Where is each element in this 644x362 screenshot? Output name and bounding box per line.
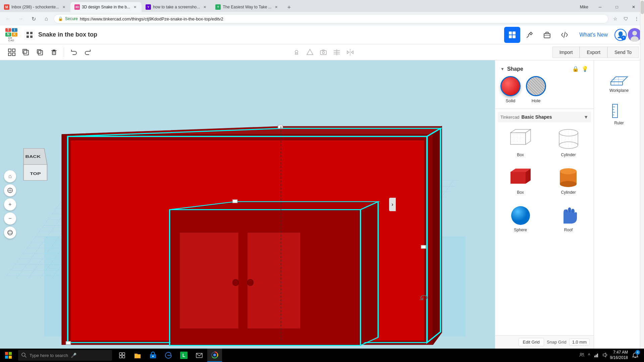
tab-screenshot-close[interactable]: ✕: [202, 4, 207, 10]
start-button[interactable]: [0, 349, 17, 362]
panel-collapse-button[interactable]: ›: [389, 198, 396, 211]
suitcase-button[interactable]: [539, 27, 555, 43]
tray-network-icon[interactable]: [593, 352, 600, 359]
address-box[interactable]: 🔒 Secure https://www.tinkercad.com/thing…: [54, 14, 608, 23]
shape-panel-collapse[interactable]: ▼: [500, 67, 504, 71]
svg-point-69: [8, 230, 12, 235]
new-tab-button[interactable]: +: [284, 3, 294, 12]
address-actions: ☆ 🛡 ⋮: [610, 14, 641, 23]
forward-button[interactable]: →: [15, 13, 26, 24]
tray-notification-button[interactable]: 4: [629, 349, 641, 362]
align-button[interactable]: [330, 46, 343, 59]
shape-lock-icon[interactable]: 🔒: [572, 66, 579, 72]
shape-label-sphere: Sphere: [514, 228, 527, 232]
tab-tinkercad[interactable]: 3D 3D design Snake in the b... ✕: [70, 2, 142, 12]
delete-button[interactable]: [48, 46, 60, 59]
undo-button[interactable]: [67, 46, 80, 59]
grid-view-button[interactable]: [504, 27, 520, 43]
maximize-button[interactable]: □: [609, 2, 625, 12]
send-to-button[interactable]: Send To: [607, 47, 639, 58]
tray-volume-icon[interactable]: [601, 352, 609, 359]
camera-button[interactable]: [317, 46, 330, 59]
taskbar-mic-icon[interactable]: 🎤: [71, 353, 76, 358]
home-button[interactable]: ⌂: [41, 13, 52, 24]
shape-outline-button[interactable]: [304, 46, 316, 59]
shape-item-cylinder-wire[interactable]: Cylinder: [546, 125, 591, 160]
reload-button[interactable]: ↻: [28, 13, 39, 24]
back-button[interactable]: ←: [3, 13, 13, 24]
workplane-item[interactable]: Workplane: [597, 66, 641, 96]
svg-rect-15: [8, 53, 11, 56]
tab-gmail-close[interactable]: ✕: [61, 4, 66, 10]
ruler-item[interactable]: Ruler: [597, 98, 641, 128]
scrollbar-thumb[interactable]: [641, 1, 644, 14]
mirror-button[interactable]: [344, 46, 357, 59]
tray-people-icon[interactable]: [578, 352, 586, 359]
edit-grid-button[interactable]: Edit Grid: [519, 338, 544, 346]
viewport[interactable]: ↺ TOP BACK ⌂ + −: [0, 60, 495, 349]
header-right: What's New 👤 +: [504, 27, 641, 43]
tab-easiest-close[interactable]: ✕: [274, 4, 279, 10]
taskbar-chrome-button[interactable]: [207, 349, 222, 362]
tab-easiest-title: The Easiest Way to Take ...: [223, 5, 271, 9]
tray-clock[interactable]: 7:47 AM 9/16/2018: [610, 350, 628, 360]
tab-tinkercad-close[interactable]: ✕: [132, 4, 138, 10]
bookmark-button[interactable]: ☆: [610, 14, 620, 23]
svg-point-95: [560, 181, 577, 187]
tab-screenshot[interactable]: Y how to take a screensho... ✕: [142, 2, 211, 12]
fit-view-button[interactable]: [4, 184, 16, 196]
taskbar-search-bar[interactable]: Type here to search 🎤: [18, 350, 112, 361]
shape-item-hand[interactable]: Roof: [546, 200, 591, 235]
notification-badge: 4: [635, 350, 640, 355]
shape-item-sphere[interactable]: Sphere: [498, 200, 543, 235]
header-menu-button[interactable]: [23, 29, 36, 41]
zoom-in-button[interactable]: +: [4, 198, 16, 210]
tray-expand-icon[interactable]: ^: [587, 353, 591, 358]
shape-label-box-wire: Box: [517, 153, 524, 157]
close-button[interactable]: ✕: [626, 2, 641, 12]
user-avatar[interactable]: [628, 28, 641, 42]
taskbar-l-app-button[interactable]: L: [176, 349, 191, 362]
taskbar-search-placeholder: Type here to search: [30, 353, 68, 358]
scrollbar[interactable]: [640, 0, 644, 362]
taskbar-taskview-button[interactable]: [115, 349, 129, 362]
export-button[interactable]: Export: [580, 47, 607, 58]
solid-shape-option[interactable]: Solid: [500, 76, 521, 103]
shape-item-box-wire[interactable]: Box: [498, 125, 543, 160]
redo-button[interactable]: [82, 46, 94, 59]
shape-light-icon[interactable]: 💡: [582, 66, 588, 72]
home-view-button[interactable]: ⌂: [4, 170, 16, 182]
svg-rect-3: [30, 36, 33, 38]
viewport-svg: ↺ TOP BACK: [0, 60, 495, 349]
tab-easiest[interactable]: T The Easiest Way to Take ... ✕: [211, 2, 283, 12]
address-url: https://www.tinkercad.com/things/ctj9Kdo…: [80, 16, 604, 21]
shape-item-box-solid[interactable]: Box: [498, 163, 543, 197]
light-button[interactable]: [290, 46, 303, 59]
group-button[interactable]: [5, 46, 18, 59]
import-button[interactable]: Import: [552, 47, 580, 58]
library-dropdown-arrow[interactable]: ▼: [584, 114, 588, 120]
minimize-button[interactable]: ─: [592, 2, 608, 12]
extensions-button[interactable]: 🛡: [621, 14, 631, 23]
add-user-button[interactable]: 👤 +: [614, 29, 627, 41]
svg-point-127: [582, 353, 584, 355]
pickaxe-button[interactable]: [522, 27, 538, 43]
taskbar-store-button[interactable]: [146, 349, 160, 362]
duplicate-button[interactable]: [34, 46, 46, 59]
snap-grid-value[interactable]: 1.0 mm: [569, 339, 590, 346]
tinkercad-logo[interactable]: T I N K ERCAD: [3, 28, 20, 42]
zoom-out-button[interactable]: −: [4, 213, 16, 225]
tab-gmail[interactable]: M Inbox (298) - schockente... ✕: [0, 2, 70, 12]
sphere-view-button[interactable]: [4, 227, 16, 239]
copy-button[interactable]: [19, 46, 32, 59]
taskbar-edge-button[interactable]: [161, 349, 176, 362]
taskbar-mail-button[interactable]: [192, 349, 207, 362]
taskbar-explorer-button[interactable]: [130, 349, 145, 362]
code-button[interactable]: [556, 27, 573, 43]
shape-item-cylinder-solid[interactable]: Cylinder: [546, 163, 591, 197]
svg-rect-117: [119, 356, 122, 358]
hole-shape-option[interactable]: Hole: [526, 76, 546, 103]
whats-new-button[interactable]: What's New: [574, 29, 613, 41]
svg-rect-4: [509, 32, 512, 35]
browser-chrome: M Inbox (298) - schockente... ✕ 3D 3D de…: [0, 0, 644, 25]
